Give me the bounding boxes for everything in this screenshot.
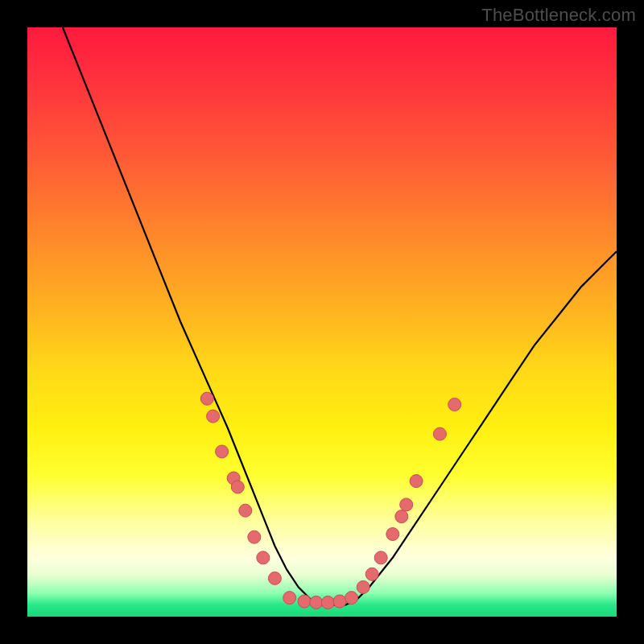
data-marker bbox=[333, 595, 346, 608]
watermark-text: TheBottleneck.com bbox=[481, 5, 636, 26]
data-marker bbox=[374, 551, 387, 564]
data-marker bbox=[257, 551, 270, 564]
data-marker bbox=[400, 498, 413, 511]
data-marker bbox=[395, 510, 408, 523]
data-marker bbox=[433, 427, 446, 440]
data-marker bbox=[248, 530, 261, 543]
data-marker bbox=[239, 504, 252, 517]
data-marker bbox=[216, 445, 229, 458]
bottleneck-curve-svg bbox=[27, 27, 617, 617]
data-marker bbox=[200, 392, 213, 405]
data-marker bbox=[448, 398, 461, 411]
data-marker bbox=[345, 592, 358, 605]
data-marker bbox=[410, 475, 423, 488]
data-marker bbox=[386, 528, 399, 541]
bottleneck-curve bbox=[63, 27, 617, 605]
data-marker bbox=[298, 595, 311, 608]
data-marker bbox=[268, 572, 281, 584]
data-marker bbox=[310, 596, 323, 609]
plot-area bbox=[27, 27, 617, 617]
data-marker bbox=[207, 410, 220, 423]
data-marker bbox=[365, 568, 378, 580]
data-marker bbox=[321, 596, 334, 609]
data-marker bbox=[231, 481, 244, 493]
data-marker bbox=[357, 580, 369, 593]
data-markers-group bbox=[200, 392, 460, 609]
chart-frame: TheBottleneck.com bbox=[0, 0, 644, 644]
data-marker bbox=[283, 592, 296, 605]
